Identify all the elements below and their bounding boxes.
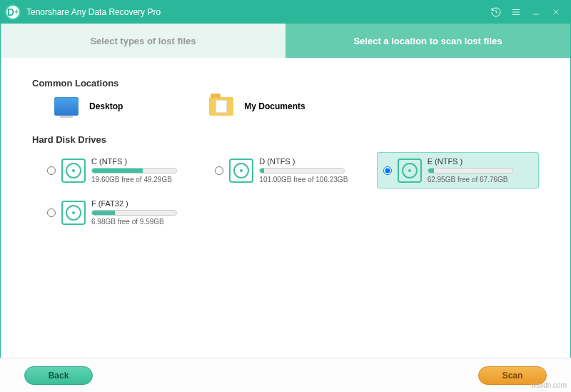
folder-icon xyxy=(209,97,233,116)
titlebar: D+ Tenorshare Any Data Recovery Pro xyxy=(1,1,570,24)
drive-radio[interactable] xyxy=(47,166,56,175)
app-logo-icon: D+ xyxy=(5,4,21,20)
drive-radio[interactable] xyxy=(47,208,56,217)
disk-icon xyxy=(229,159,253,183)
step-types[interactable]: Select types of lost files xyxy=(1,24,286,58)
documents-label: My Documents xyxy=(244,101,305,111)
drive-item-c[interactable]: C (NTFS )19.60GB free of 49.29GB xyxy=(41,152,203,189)
drive-item-e[interactable]: E (NTFS )62.95GB free of 67.76GB xyxy=(377,152,539,189)
drive-usage-bar xyxy=(428,168,513,174)
close-button[interactable] xyxy=(546,2,566,22)
watermark: wsxdn.com xyxy=(531,381,567,389)
step-bar: Select types of lost files Select a loca… xyxy=(1,24,570,58)
drive-label: C (NTFS ) xyxy=(91,157,196,166)
drive-free-text: 19.60GB free of 49.29GB xyxy=(91,176,196,184)
location-desktop[interactable]: Desktop xyxy=(54,96,123,117)
drive-free-text: 6.98GB free of 9.59GB xyxy=(91,218,196,226)
footer: Back Scan xyxy=(0,358,571,392)
drive-free-text: 101.00GB free of 106.23GB xyxy=(259,176,364,184)
drive-usage-bar xyxy=(91,168,177,174)
drive-usage-bar xyxy=(259,168,345,174)
disk-icon xyxy=(61,159,86,183)
history-button[interactable] xyxy=(486,2,506,22)
drive-radio[interactable] xyxy=(383,166,392,175)
drive-item-f[interactable]: F (FAT32 )6.98GB free of 9.59GB xyxy=(41,194,203,231)
minimize-button[interactable] xyxy=(526,2,546,22)
drive-item-d[interactable]: D (NTFS )101.00GB free of 106.23GB xyxy=(208,152,370,189)
app-title: Tenorshare Any Data Recovery Pro xyxy=(26,7,161,17)
drive-label: E (NTFS ) xyxy=(428,157,532,166)
step-location[interactable]: Select a location to scan lost files xyxy=(286,24,570,58)
common-locations-heading: Common Locations xyxy=(32,78,539,89)
drive-label: D (NTFS ) xyxy=(259,157,364,166)
main-content: Common Locations Desktop My Documents Ha… xyxy=(1,58,570,251)
disk-icon xyxy=(398,159,422,183)
menu-button[interactable] xyxy=(506,2,526,22)
disk-icon xyxy=(61,201,86,225)
drive-radio[interactable] xyxy=(215,166,223,175)
drive-usage-bar xyxy=(91,210,177,216)
desktop-icon xyxy=(54,97,79,116)
back-button[interactable]: Back xyxy=(24,366,93,385)
location-my-documents[interactable]: My Documents xyxy=(208,96,305,117)
drive-free-text: 62.95GB free of 67.76GB xyxy=(428,176,532,184)
drive-label: F (FAT32 ) xyxy=(91,199,196,208)
hard-disk-drives-heading: Hard Disk Drives xyxy=(32,134,539,145)
drives-grid: C (NTFS )19.60GB free of 49.29GBD (NTFS … xyxy=(32,152,539,231)
desktop-label: Desktop xyxy=(89,101,123,111)
